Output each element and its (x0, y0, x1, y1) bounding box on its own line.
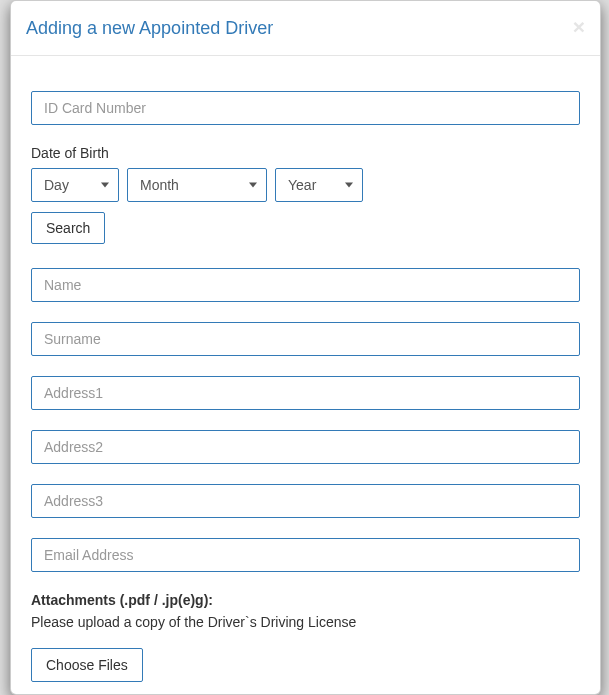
address1-input[interactable] (31, 376, 580, 410)
name-input[interactable] (31, 268, 580, 302)
email-input[interactable] (31, 538, 580, 572)
surname-input[interactable] (31, 322, 580, 356)
modal-title: Adding a new Appointed Driver (26, 16, 273, 41)
dob-row: Day Month Year (31, 168, 580, 202)
address3-group (31, 484, 580, 518)
year-select-wrap: Year (275, 168, 363, 202)
name-group (31, 268, 580, 302)
search-button[interactable]: Search (31, 212, 105, 244)
attachments-hint: Please upload a copy of the Driver`s Dri… (31, 614, 580, 630)
address2-group (31, 430, 580, 464)
year-select[interactable]: Year (275, 168, 363, 202)
choose-files-button[interactable]: Choose Files (31, 648, 143, 682)
close-button[interactable]: × (573, 16, 585, 37)
surname-group (31, 322, 580, 356)
id-card-input[interactable] (31, 91, 580, 125)
email-group (31, 538, 580, 572)
address1-group (31, 376, 580, 410)
modal-header: Adding a new Appointed Driver × (11, 1, 600, 56)
address3-input[interactable] (31, 484, 580, 518)
month-select-wrap: Month (127, 168, 267, 202)
address2-input[interactable] (31, 430, 580, 464)
month-select[interactable]: Month (127, 168, 267, 202)
modal-dialog: Adding a new Appointed Driver × Date of … (10, 0, 601, 695)
day-select[interactable]: Day (31, 168, 119, 202)
dob-label: Date of Birth (31, 145, 580, 161)
close-icon: × (573, 15, 585, 38)
attachments-label: Attachments (.pdf / .jp(e)g): (31, 592, 580, 608)
day-select-wrap: Day (31, 168, 119, 202)
modal-body: Date of Birth Day Month Year Sea (11, 56, 600, 694)
id-card-group (31, 91, 580, 125)
